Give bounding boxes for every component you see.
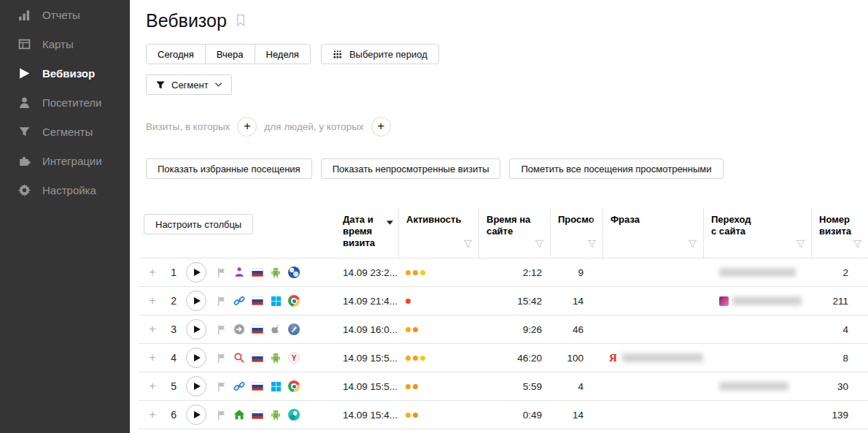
period-button-1[interactable]: Вчера	[205, 45, 255, 64]
row-number: 6	[166, 409, 177, 421]
row-number: 5	[166, 380, 177, 392]
visit-datetime: 14.09 21:4...	[336, 296, 398, 307]
sidebar-item-settings[interactable]: Настройка	[0, 175, 130, 204]
play-visit-button[interactable]	[186, 319, 206, 340]
add-visit-condition-button[interactable]: +	[237, 117, 257, 137]
page-views: 9	[550, 267, 602, 278]
activity-indicator	[398, 327, 478, 332]
activity-dot	[413, 327, 418, 332]
mark-all-viewed-button[interactable]: Пометить все посещения просмотренными	[509, 158, 723, 179]
flag-marker-icon[interactable]	[215, 267, 227, 278]
show-favorites-button[interactable]: Показать избранные посещения	[146, 158, 312, 179]
play-triangle-icon	[194, 383, 201, 390]
calendar-grid-icon	[333, 49, 344, 60]
configure-columns-button[interactable]: Настроить столбцы	[144, 214, 253, 234]
sidebar-item-maps[interactable]: Карты	[0, 29, 130, 58]
page-views: 46	[550, 324, 602, 335]
filter-funnel-icon[interactable]	[796, 240, 805, 252]
sidebar: ОтчетыКартыВебвизорПосетителиСегментыИнт…	[0, 0, 130, 433]
link-source-icon	[233, 380, 245, 392]
table-row: +114.09 23:2...2:1292	[139, 258, 868, 286]
period-switcher: СегодняВчераНеделя	[146, 44, 311, 64]
row-number: 1	[166, 267, 177, 278]
table-header: Настроить столбцы Дата и время визитаАкт…	[139, 208, 868, 258]
row-controls: +5	[139, 376, 336, 396]
chrome-icon	[288, 295, 300, 307]
referrer-site	[703, 296, 811, 306]
people-filter-label: для людей, у которых	[264, 121, 363, 132]
filter-funnel-icon[interactable]	[535, 240, 544, 252]
link-source-icon	[233, 295, 245, 307]
russia-flag-icon	[252, 267, 263, 278]
add-people-condition-button[interactable]: +	[371, 117, 391, 137]
add-to-favorites-button[interactable]: +	[149, 265, 159, 280]
android-icon	[270, 352, 282, 364]
table-row: +514.09 15:5...5:59430	[139, 372, 868, 400]
table-row: +214.09 21:4...15:4214211	[139, 286, 868, 315]
play-triangle-icon	[194, 411, 201, 418]
sidebar-item-segments[interactable]: Сегменты	[0, 117, 130, 146]
main-content: Вебвизор СегодняВчераНеделя Выберите пер…	[130, 0, 868, 429]
play-visit-button[interactable]	[186, 291, 206, 311]
visit-number: 139	[811, 410, 868, 421]
direct-source-icon	[233, 409, 245, 421]
sidebar-item-webvisor[interactable]: Вебвизор	[0, 58, 130, 88]
visit-number: 30	[811, 381, 868, 392]
choose-period-button[interactable]: Выберите период	[321, 44, 439, 64]
play-visit-button[interactable]	[186, 262, 206, 283]
apple-icon	[270, 323, 282, 335]
play-visit-button[interactable]	[186, 376, 206, 396]
column-label: Просмо	[558, 214, 594, 226]
filter-funnel-icon[interactable]	[587, 240, 597, 252]
column-header-2: Время на сайте	[478, 208, 550, 258]
windows-icon	[270, 295, 282, 307]
russia-flag-icon	[252, 323, 263, 335]
add-to-favorites-button[interactable]: +	[149, 350, 159, 365]
play-visit-button[interactable]	[186, 348, 206, 368]
column-header-1: Активность	[398, 208, 478, 258]
column-label: Номер визита	[819, 214, 862, 237]
flag-marker-icon[interactable]	[215, 352, 227, 364]
table-header-controls: Настроить столбцы	[139, 208, 336, 258]
activity-dot	[406, 299, 411, 304]
bookmark-icon[interactable]	[236, 14, 246, 27]
period-button-2[interactable]: Неделя	[255, 45, 310, 64]
flag-marker-icon[interactable]	[215, 323, 227, 335]
row-number: 2	[166, 295, 177, 307]
segment-label: Сегмент	[171, 80, 209, 91]
add-to-favorites-button[interactable]: +	[149, 379, 159, 394]
sort-desc-icon[interactable]	[387, 216, 393, 228]
add-to-favorites-button[interactable]: +	[149, 322, 159, 337]
period-button-0[interactable]: Сегодня	[147, 45, 205, 64]
flag-marker-icon[interactable]	[215, 409, 227, 421]
play-visit-button[interactable]	[186, 405, 206, 425]
funnel-icon	[18, 126, 31, 138]
activity-dot	[406, 413, 411, 418]
sidebar-item-label: Вебвизор	[42, 67, 95, 80]
search-phrase: Я	[602, 352, 703, 364]
show-unviewed-button[interactable]: Показать непросмотренные визиты	[321, 158, 501, 179]
page-views: 14	[550, 296, 602, 307]
flag-marker-icon[interactable]	[215, 380, 227, 392]
add-to-favorites-button[interactable]: +	[149, 407, 159, 422]
filter-funnel-icon[interactable]	[463, 240, 473, 252]
filter-funnel-icon[interactable]	[688, 240, 697, 252]
sidebar-item-integrations[interactable]: Интеграции	[0, 146, 130, 175]
segment-button[interactable]: Сегмент	[146, 74, 232, 95]
flag-marker-icon[interactable]	[215, 295, 227, 307]
person-icon	[18, 96, 31, 109]
label-fade	[590, 212, 602, 226]
sidebar-item-label: Настройка	[42, 184, 96, 196]
sidebar-item-label: Сегменты	[42, 126, 93, 138]
sidebar-item-reports[interactable]: Отчеты	[0, 0, 130, 29]
visit-number: 2	[811, 267, 868, 278]
add-to-favorites-button[interactable]: +	[149, 294, 159, 308]
social-source-icon	[233, 267, 245, 278]
sidebar-menu: ОтчетыКартыВебвизорПосетителиСегментыИнт…	[0, 0, 130, 204]
page-views: 100	[550, 353, 602, 364]
safari-icon	[288, 323, 300, 335]
row-controls: +6	[139, 405, 336, 425]
filter-funnel-icon[interactable]	[853, 240, 862, 252]
column-label: Время на сайте	[487, 214, 532, 237]
sidebar-item-visitors[interactable]: Посетители	[0, 88, 130, 117]
